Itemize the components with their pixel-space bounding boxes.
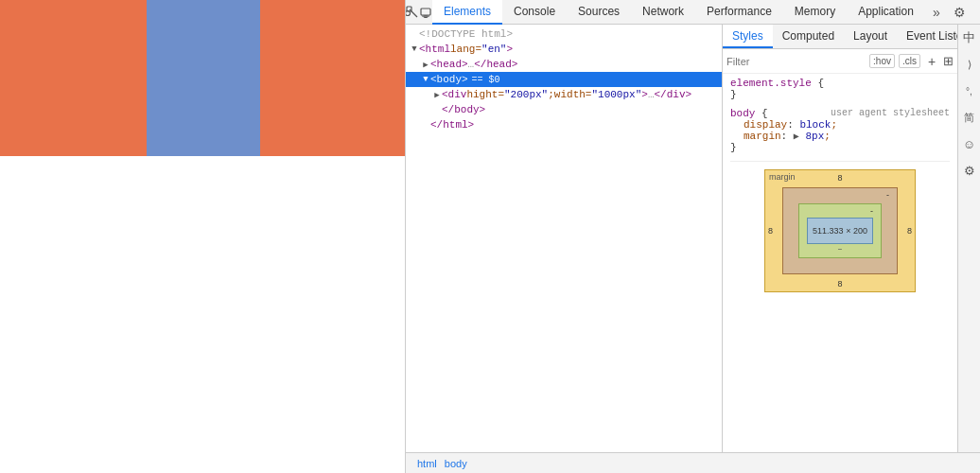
preview-content (0, 0, 405, 156)
div-ellipsis: … (648, 89, 655, 100)
right-icon-smile[interactable]: ☺ (960, 134, 979, 153)
styles-tabs: Styles Computed Layout Event Listeners ⊞ (723, 25, 957, 49)
box-padding-val: - (870, 206, 873, 216)
box-border-layer: border - padding - 511.333 × 200 (782, 187, 898, 274)
css-selector-body-row[interactable]: body { user agent stylesheet (730, 108, 950, 119)
filter-cls[interactable]: .cls (899, 54, 920, 68)
html-line-div[interactable]: ▶ <div hight="200px" ;width="1000px">…</… (406, 87, 722, 102)
css-rule-element-style: element.style { } (730, 78, 950, 100)
css-display-name: display (744, 119, 787, 131)
css-margin-prop[interactable]: margin: ▶ 8px; (730, 131, 950, 142)
filter-expand-btn[interactable]: ⊞ (943, 54, 954, 68)
tab-elements[interactable]: Elements (432, 0, 502, 25)
preview-block-right (260, 0, 405, 156)
html-lang-attr: lang= (450, 44, 481, 55)
box-margin-layer: margin 8 8 8 8 border - (764, 169, 916, 292)
div-width-val: "1000px" (591, 89, 641, 100)
body-dollar0: == $0 (472, 75, 500, 85)
head-tag: <head> (430, 59, 468, 70)
inspect-icon[interactable] (406, 0, 419, 25)
devtools-top-bar: Elements Console Sources Network Perform… (406, 0, 980, 25)
box-padding-layer: padding - 511.333 × 200 – (798, 203, 882, 258)
box-model-container: margin 8 8 8 8 border - (764, 169, 916, 292)
css-display-value: block (799, 119, 831, 131)
html-tag-close: > (506, 44, 513, 55)
box-margin-top: 8 (837, 173, 842, 183)
div-hight-val: "200px" (504, 89, 548, 100)
expand-arrow-div: ▶ (432, 90, 442, 100)
div-close: </div> (654, 89, 691, 100)
css-selector-text[interactable]: element.style (730, 78, 812, 89)
head-close: </head> (474, 59, 517, 70)
tab-application[interactable]: Application (847, 0, 925, 25)
head-ellipsis: … (468, 59, 475, 70)
preview-area (0, 0, 405, 473)
tab-performance[interactable]: Performance (695, 0, 783, 25)
tab-memory[interactable]: Memory (783, 0, 847, 25)
html-line-html[interactable]: ▼ <html lang="en"> (406, 42, 722, 57)
expand-arrow-doctype (410, 29, 419, 39)
css-rule-body: body { user agent stylesheet display: bl… (730, 108, 950, 153)
box-margin-bottom: 8 (837, 279, 842, 289)
tab-event-listeners[interactable]: Event Listeners (897, 25, 957, 48)
tab-layout[interactable]: Layout (844, 25, 897, 48)
body-tag: <body> (430, 74, 468, 85)
more-tabs-btn[interactable]: » (925, 0, 948, 25)
tab-sources[interactable]: Sources (567, 0, 631, 25)
expand-body-close (432, 105, 442, 114)
box-model-section: margin 8 8 8 8 border - (730, 161, 950, 300)
css-margin-value: 8px (805, 131, 824, 142)
devtools-body: <!DOCTYPE html> ▼ <html lang="en"> ▶ <he… (406, 25, 980, 452)
css-brace-close: } (730, 89, 737, 100)
css-body-close: } (730, 142, 950, 153)
top-right-icons: ⚙ ⋮ ✕ (948, 0, 980, 25)
html-lang-val: "en" (481, 44, 506, 55)
div-tag-open: <div (442, 89, 466, 100)
svg-rect-3 (421, 9, 430, 15)
expand-arrow-html: ▼ (410, 44, 419, 54)
div-tag-close: > (641, 89, 648, 100)
right-icon-gear[interactable]: ⚙ (960, 161, 979, 180)
svg-line-1 (410, 9, 417, 17)
css-colon1: : (787, 119, 799, 131)
device-icon[interactable] (419, 0, 432, 25)
html-line-head[interactable]: ▶ <head>…</head> (406, 57, 722, 72)
right-icon-chevron[interactable]: ⟩ (960, 55, 979, 74)
tab-network[interactable]: Network (631, 0, 695, 25)
breadcrumb-bar: html body (406, 452, 980, 473)
filter-hov[interactable]: :hov (869, 54, 895, 68)
html-line-html-close[interactable]: </html> (406, 117, 722, 132)
box-content-val: 511.333 × 200 (813, 226, 867, 236)
tab-console[interactable]: Console (502, 0, 567, 25)
box-padding-bottom: – (837, 245, 842, 254)
html-line-body[interactable]: ▼ <body> == $0 (406, 72, 722, 87)
tab-computed[interactable]: Computed (773, 25, 844, 48)
css-display-prop[interactable]: display: block; (730, 119, 950, 131)
html-line-body-close[interactable]: </body> (406, 102, 722, 117)
right-icon-zh[interactable]: 中 (960, 28, 979, 47)
html-close-tag: </html> (430, 119, 474, 131)
html-line-doctype[interactable]: <!DOCTYPE html> (406, 26, 722, 42)
expand-arrow-body: ▼ (421, 75, 430, 84)
breadcrumb-body[interactable]: body (441, 458, 471, 469)
css-rule-close: } (730, 89, 950, 100)
css-body-selector[interactable]: body (730, 108, 755, 119)
expand-html-close (421, 120, 430, 130)
doctype-text: <!DOCTYPE html> (419, 28, 513, 40)
right-icon-jian[interactable]: 简 (960, 108, 979, 127)
filter-input[interactable] (726, 53, 866, 70)
box-margin-right: 8 (907, 226, 912, 236)
box-content-layer: 511.333 × 200 (807, 218, 873, 244)
right-icon-comma[interactable]: °, (960, 81, 979, 100)
tab-styles[interactable]: Styles (723, 25, 773, 48)
filter-add-btn[interactable]: + (924, 54, 939, 69)
expand-arrow-head: ▶ (421, 60, 430, 70)
right-side-icons: 中 ⟩ °, 简 ☺ ⚙ (957, 25, 980, 452)
css-selector-element[interactable]: element.style { (730, 78, 950, 89)
div-width-attr: ;width= (548, 89, 591, 100)
breadcrumb-html[interactable]: html (413, 458, 441, 469)
box-margin-label: margin (769, 172, 796, 182)
more-icon[interactable]: ⋮ (972, 0, 980, 25)
css-brace-open: { (817, 78, 824, 89)
settings-icon[interactable]: ⚙ (948, 0, 972, 25)
